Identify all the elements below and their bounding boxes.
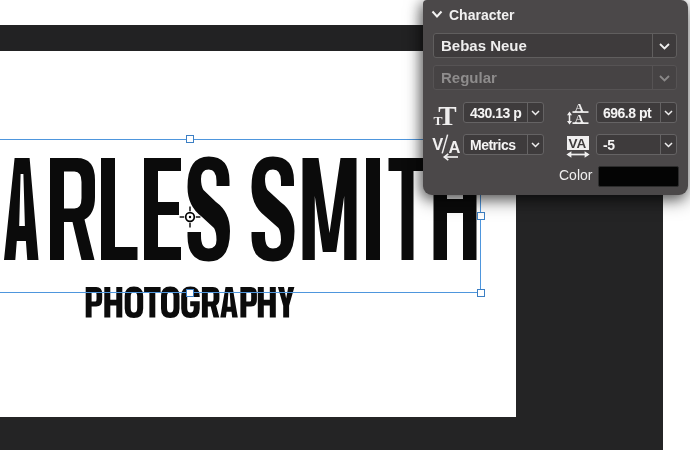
svg-text:VA: VA [569,136,587,151]
svg-text:T: T [438,100,456,128]
svg-text:A: A [449,138,461,156]
svg-text:V: V [432,135,443,153]
